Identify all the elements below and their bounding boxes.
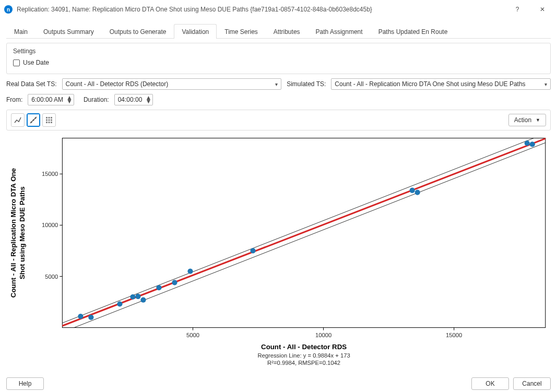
- checkbox-box-icon: [13, 60, 20, 66]
- svg-rect-8: [49, 120, 50, 121]
- svg-rect-6: [51, 117, 52, 118]
- svg-point-34: [140, 298, 146, 303]
- from-time-value: 6:00:00 AM: [31, 96, 63, 103]
- tab-attributes[interactable]: Attributes: [266, 24, 308, 39]
- tab-outputs-summary[interactable]: Outputs Summary: [35, 24, 102, 39]
- svg-text:5000: 5000: [45, 274, 58, 280]
- svg-text:5000: 5000: [186, 332, 199, 338]
- ok-button[interactable]: OK: [471, 377, 509, 390]
- svg-text:10000: 10000: [315, 332, 331, 338]
- svg-point-42: [530, 141, 535, 147]
- tab-main[interactable]: Main: [6, 24, 35, 39]
- svg-point-38: [250, 248, 255, 253]
- help-button[interactable]: Help: [6, 377, 44, 390]
- duration-spinner[interactable]: 04:00:00 ▲▼: [114, 94, 153, 105]
- tab-strip: MainOutputs SummaryOutputs to GenerateVa…: [6, 24, 551, 39]
- svg-point-41: [525, 140, 530, 146]
- dataset-row: Real Data Set TS: Count - All - Detector…: [6, 78, 551, 90]
- svg-rect-4: [46, 117, 48, 118]
- from-time-spinner[interactable]: 6:00:00 AM ▲▼: [28, 94, 74, 105]
- dialog-footer: Help OK Cancel: [6, 375, 551, 390]
- svg-point-35: [156, 285, 161, 290]
- svg-text:Regression Line: y = 0.9884x +: Regression Line: y = 0.9884x + 173: [257, 352, 350, 359]
- chevron-down-icon: ▾: [544, 81, 547, 87]
- svg-rect-11: [49, 122, 50, 123]
- plot-toolbar: Action ▼: [6, 110, 551, 130]
- tab-outputs-to-generate[interactable]: Outputs to Generate: [102, 24, 174, 39]
- svg-text:Shot using Meso DUE Paths: Shot using Meso DUE Paths: [18, 186, 26, 279]
- sim-ts-value: Count - All - Replication Micro DTA One …: [335, 80, 525, 88]
- app-icon: n: [4, 5, 13, 14]
- use-date-checkbox[interactable]: Use Date: [13, 59, 544, 66]
- tab-validation[interactable]: Validation: [174, 24, 217, 39]
- chevron-down-icon: ▾: [275, 81, 278, 87]
- svg-rect-10: [46, 122, 48, 123]
- svg-text:15000: 15000: [446, 332, 462, 338]
- window-title: Replication: 34091, Name: Replication Mi…: [17, 6, 503, 13]
- svg-point-36: [172, 280, 177, 285]
- scatter-chart-button[interactable]: [27, 113, 40, 127]
- action-button[interactable]: Action ▼: [508, 114, 546, 126]
- svg-point-39: [410, 188, 415, 193]
- settings-title: Settings: [13, 47, 544, 55]
- svg-rect-7: [46, 120, 48, 121]
- svg-point-30: [88, 315, 93, 320]
- real-ts-value: Count - All - Detector RDS (Detector): [66, 80, 169, 88]
- scatter-chart-icon: [29, 116, 38, 124]
- close-button[interactable]: ✕: [532, 3, 553, 16]
- time-row: From: 6:00:00 AM ▲▼ Duration: 04:00:00 ▲…: [6, 94, 551, 105]
- help-button[interactable]: ?: [507, 3, 528, 16]
- svg-point-1: [31, 122, 32, 123]
- svg-point-3: [35, 117, 37, 119]
- svg-point-31: [117, 301, 122, 306]
- from-label: From:: [6, 96, 22, 103]
- caret-down-icon: ▼: [536, 117, 540, 123]
- spinner-down-icon[interactable]: ▼: [66, 100, 73, 103]
- tab-time-series[interactable]: Time Series: [217, 24, 266, 39]
- svg-text:Count - All - Replication Micr: Count - All - Replication Micro DTA One: [9, 168, 17, 298]
- tab-paths-updated-en-route[interactable]: Paths Updated En Route: [371, 24, 456, 39]
- cancel-button[interactable]: Cancel: [513, 377, 551, 390]
- titlebar: n Replication: 34091, Name: Replication …: [0, 0, 557, 19]
- svg-text:Count - All - Detector RDS: Count - All - Detector RDS: [261, 343, 347, 351]
- tab-path-assignment[interactable]: Path Assignment: [308, 24, 371, 39]
- svg-point-40: [415, 189, 420, 195]
- table-button[interactable]: [42, 113, 56, 127]
- duration-value: 04:00:00: [118, 96, 143, 103]
- spinner-down-icon[interactable]: ▼: [145, 100, 151, 103]
- sim-ts-label: Simulated TS:: [287, 80, 326, 88]
- svg-point-29: [78, 314, 83, 319]
- svg-point-32: [130, 294, 135, 300]
- sim-ts-select[interactable]: Count - All - Replication Micro DTA One …: [331, 78, 551, 90]
- action-label: Action: [514, 116, 531, 124]
- line-chart-button[interactable]: [11, 113, 25, 127]
- svg-text:10000: 10000: [42, 222, 58, 228]
- use-date-label: Use Date: [23, 59, 49, 66]
- svg-rect-9: [51, 120, 52, 121]
- svg-point-33: [135, 294, 140, 299]
- svg-text:15000: 15000: [42, 171, 58, 177]
- scatter-chart: 5000100001500050001000015000Count - All …: [6, 135, 551, 371]
- svg-rect-5: [49, 117, 50, 118]
- real-ts-label: Real Data Set TS:: [6, 80, 57, 88]
- svg-point-37: [187, 269, 193, 274]
- grid-icon: [45, 116, 53, 124]
- line-chart-icon: [14, 116, 22, 124]
- chart-area: 5000100001500050001000015000Count - All …: [6, 135, 551, 371]
- svg-point-2: [33, 120, 34, 121]
- settings-group: Settings Use Date: [6, 43, 551, 74]
- svg-text:R²=0.9984, RMSPE=0.1042: R²=0.9984, RMSPE=0.1042: [267, 360, 340, 366]
- real-ts-select[interactable]: Count - All - Detector RDS (Detector) ▾: [62, 78, 282, 90]
- duration-label: Duration:: [84, 96, 109, 103]
- svg-rect-12: [51, 122, 52, 123]
